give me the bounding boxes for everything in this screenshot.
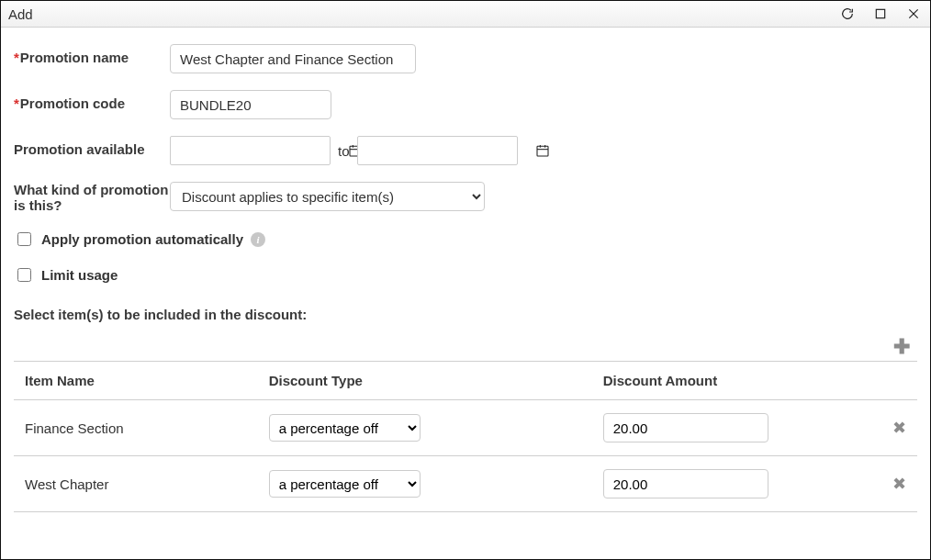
limit-usage-label: Limit usage xyxy=(41,267,118,283)
remove-row-button[interactable]: ✖ xyxy=(892,418,906,438)
col-discount-amount: Discount Amount xyxy=(592,362,871,400)
label-promotion-code: *Promotion code xyxy=(14,90,170,111)
maximize-button[interactable] xyxy=(871,5,890,23)
limit-usage-checkbox[interactable] xyxy=(17,268,31,282)
available-end-input[interactable] xyxy=(358,137,530,164)
available-start-input[interactable] xyxy=(171,137,342,164)
form-body: *Promotion name *Promotion code Promotio… xyxy=(1,28,930,559)
row-promotion-kind: What kind of promotion is this? Discount… xyxy=(14,182,917,213)
refresh-button[interactable] xyxy=(838,5,857,23)
window-controls xyxy=(838,5,923,23)
item-name-cell: Finance Section xyxy=(14,400,258,456)
available-start-field xyxy=(170,136,331,165)
apply-auto-label: Apply promotion automatically xyxy=(41,231,243,247)
plus-icon: ✚ xyxy=(893,335,910,358)
available-end-datepicker-button[interactable] xyxy=(530,137,555,164)
label-promotion-kind: What kind of promotion is this? xyxy=(14,182,170,213)
add-promotion-window: Add *Promotion name *Promotion code xyxy=(0,0,931,560)
items-toolbar: ✚ xyxy=(14,337,917,357)
col-discount-type: Discount Type xyxy=(258,362,592,400)
info-icon[interactable]: i xyxy=(251,232,265,247)
table-row: Finance Section a percentage off ✖ xyxy=(14,400,917,456)
close-icon xyxy=(906,6,921,21)
col-item-name: Item Name xyxy=(14,362,258,400)
svg-rect-7 xyxy=(537,146,548,156)
discount-amount-input[interactable] xyxy=(603,413,768,442)
row-limit-usage: Limit usage xyxy=(14,265,917,285)
row-promotion-available: Promotion available to xyxy=(14,136,917,165)
remove-icon: ✖ xyxy=(892,419,906,437)
label-promotion-name: *Promotion name xyxy=(14,44,170,65)
discount-amount-input[interactable] xyxy=(603,469,768,498)
row-apply-auto: Apply promotion automatically i xyxy=(14,230,917,249)
promotion-code-input[interactable] xyxy=(170,90,331,119)
add-item-button[interactable]: ✚ xyxy=(893,337,910,357)
remove-icon: ✖ xyxy=(892,475,906,493)
discount-section-heading: Select item(s) to be included in the dis… xyxy=(14,307,917,322)
available-end-field xyxy=(357,136,518,165)
promotion-name-input[interactable] xyxy=(170,44,416,73)
titlebar: Add xyxy=(1,1,930,28)
calendar-icon xyxy=(535,143,550,158)
refresh-icon xyxy=(840,6,855,21)
promotion-kind-select[interactable]: Discount applies to specific item(s) xyxy=(170,182,485,211)
item-name-cell: West Chapter xyxy=(14,456,258,512)
label-promotion-available: Promotion available xyxy=(14,136,170,157)
svg-rect-0 xyxy=(876,9,884,17)
table-row: West Chapter a percentage off ✖ xyxy=(14,456,917,512)
maximize-icon xyxy=(873,6,888,21)
apply-auto-checkbox[interactable] xyxy=(17,232,31,246)
table-header-row: Item Name Discount Type Discount Amount xyxy=(14,362,917,400)
close-button[interactable] xyxy=(904,5,923,23)
discount-items-table: Item Name Discount Type Discount Amount … xyxy=(14,361,917,512)
window-title: Add xyxy=(8,6,33,22)
remove-row-button[interactable]: ✖ xyxy=(892,474,906,494)
discount-type-select[interactable]: a percentage off xyxy=(269,414,421,442)
discount-type-select[interactable]: a percentage off xyxy=(269,470,421,498)
row-promotion-name: *Promotion name xyxy=(14,44,917,73)
row-promotion-code: *Promotion code xyxy=(14,90,917,119)
